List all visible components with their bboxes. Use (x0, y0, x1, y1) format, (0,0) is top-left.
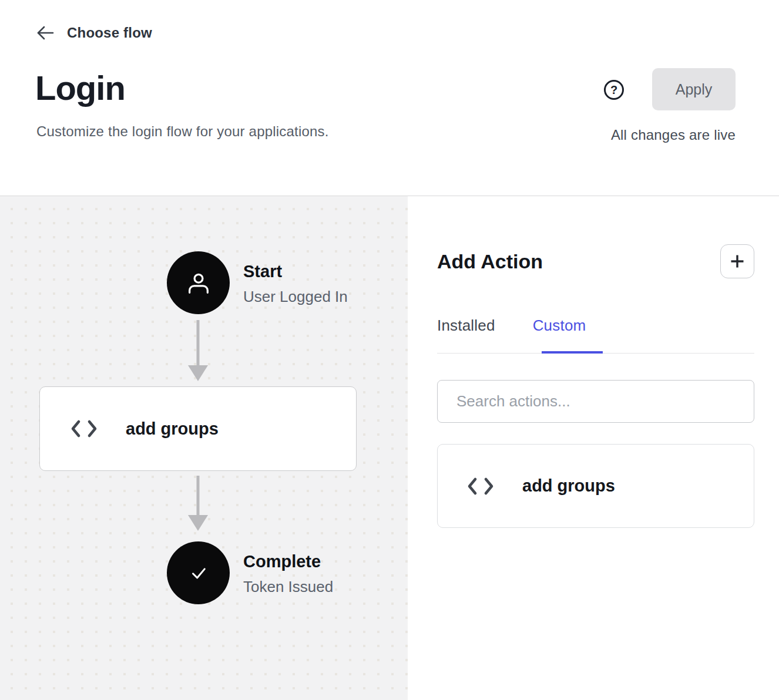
page-subtitle: Customize the login flow for your applic… (36, 123, 329, 140)
panel-tabs: Installed Custom (437, 317, 586, 335)
flow-node-complete[interactable] (167, 541, 230, 604)
flow-node-start[interactable] (167, 251, 230, 314)
start-node-label: Start User Logged In (243, 262, 348, 306)
help-button[interactable]: ? (604, 80, 624, 100)
page-header: Choose flow Login Customize the login fl… (0, 0, 779, 196)
complete-node-label: Complete Token Issued (243, 552, 333, 596)
tab-installed[interactable]: Installed (437, 317, 495, 335)
flow-action-node-add-groups[interactable]: add groups (39, 386, 357, 471)
changes-live-status: All changes are live (611, 127, 736, 143)
flow-canvas[interactable]: Start User Logged In add groups (0, 196, 408, 700)
apply-button[interactable]: Apply (652, 68, 736, 110)
back-to-choose-flow-link[interactable]: Choose flow (36, 25, 152, 41)
active-tab-underline (542, 351, 603, 354)
panel-title: Add Action (437, 250, 543, 273)
start-node-title: Start (243, 262, 348, 281)
question-mark-icon: ? (610, 83, 617, 97)
code-icon (467, 477, 494, 496)
add-action-button[interactable] (720, 244, 754, 278)
back-link-label: Choose flow (67, 25, 152, 41)
complete-node-subtitle: Token Issued (243, 578, 333, 596)
main-content: Start User Logged In add groups (0, 196, 779, 700)
custom-action-card-add-groups[interactable]: add groups (437, 444, 754, 528)
page-title: Login (35, 68, 125, 107)
flow-arrow-icon (186, 476, 210, 531)
user-icon (185, 270, 212, 297)
search-actions-input[interactable] (437, 380, 754, 423)
flow-arrow-icon (186, 320, 210, 382)
arrow-left-icon (36, 25, 54, 41)
action-node-label: add groups (126, 419, 219, 439)
start-node-subtitle: User Logged In (243, 288, 348, 306)
complete-node-title: Complete (243, 552, 333, 571)
tab-custom[interactable]: Custom (533, 317, 586, 335)
code-icon (70, 419, 98, 438)
check-icon (187, 562, 210, 584)
add-action-panel: Add Action Installed Custom add groups (408, 196, 779, 700)
plus-icon (730, 254, 745, 269)
custom-action-label: add groups (522, 476, 615, 496)
